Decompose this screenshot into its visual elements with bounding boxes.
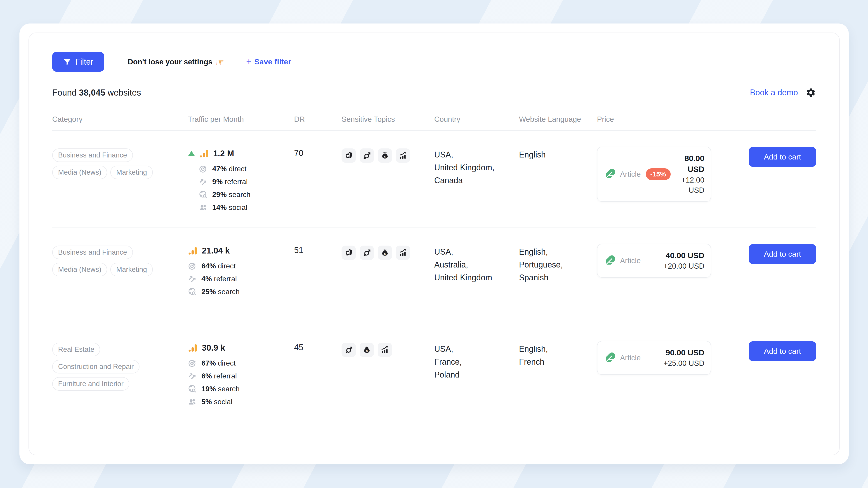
trading-icon — [396, 149, 410, 163]
country-cell: USA, France, Poland — [434, 343, 519, 381]
traffic-source: 6%referral — [188, 371, 294, 381]
col-actions — [748, 115, 816, 124]
price-type: Article — [620, 256, 641, 265]
settings-gear-icon[interactable] — [806, 88, 816, 98]
col-price: Price — [597, 115, 748, 124]
price-extra: +25.00 USD — [663, 358, 704, 368]
traffic-bars-icon — [188, 246, 198, 256]
search-icon — [188, 384, 197, 393]
loans-icon: $ — [360, 343, 374, 357]
referral-icon — [199, 177, 208, 186]
country-cell: USA, United Kingdom, Canada — [434, 149, 519, 187]
country-cell: USA, Australia, United Kingdom — [434, 246, 519, 284]
sensitive-topics-cell: $ — [342, 343, 434, 357]
col-country: Country — [434, 115, 519, 124]
filter-funnel-icon — [63, 58, 71, 66]
category-chip: Marketing — [110, 166, 153, 179]
adult-icon — [360, 149, 374, 163]
price-amount: 80.00 USD — [675, 153, 704, 175]
trading-icon — [396, 246, 410, 260]
price-extra: +20.00 USD — [663, 261, 704, 271]
language-cell: English, Portuguese, Spanish — [519, 246, 597, 284]
price-amount: 40.00 USD — [663, 250, 704, 261]
dr-value: 70 — [294, 149, 342, 158]
traffic-bars-icon — [199, 149, 210, 159]
traffic-source: 29%search — [199, 190, 294, 199]
traffic-source: 67%direct — [188, 359, 294, 367]
price-cell: Article 40.00 USD +20.00 USD — [597, 246, 748, 278]
category-list: Business and FinanceMedia (News)Marketin… — [52, 149, 181, 183]
discount-badge: -15% — [646, 168, 671, 180]
content-panel: Filter Don't lose your settings ☞ + Save… — [29, 33, 840, 455]
add-to-cart-button[interactable]: Add to cart — [749, 147, 816, 167]
referral-icon — [188, 371, 197, 381]
trading-icon — [378, 343, 392, 357]
category-list: Business and FinanceMedia (News)Marketin… — [52, 246, 181, 280]
price-type: Article — [620, 170, 641, 178]
adult-icon — [342, 343, 356, 357]
traffic-bars-icon — [188, 343, 198, 353]
traffic-cell: 30.9 k 67%direct 6%referral — [188, 343, 294, 410]
plus-icon: + — [246, 57, 252, 67]
add-to-cart-button[interactable]: Add to cart — [749, 341, 816, 361]
language-cell: English — [519, 149, 597, 161]
price-card[interactable]: Article 40.00 USD +20.00 USD — [597, 244, 711, 278]
col-dr: DR — [294, 115, 342, 124]
search-icon — [199, 190, 208, 199]
dr-value: 45 — [294, 343, 342, 352]
table-row: Real EstateConstruction and RepairFurnit… — [52, 325, 816, 422]
price-cell: Article -15% 80.00 USD +12.00 USD — [597, 149, 748, 202]
toolbar: Filter Don't lose your settings ☞ + Save… — [52, 52, 816, 72]
col-website-language: Website Language — [519, 115, 597, 124]
svg-text:$: $ — [384, 155, 386, 158]
traffic-cell: 21.04 k 64%direct 4%referral — [188, 246, 294, 300]
col-traffic: Traffic per Month — [188, 115, 294, 124]
loans-icon: $ — [378, 149, 392, 163]
svg-text:$: $ — [384, 252, 386, 255]
category-chip: Real Estate — [52, 343, 100, 356]
sensitive-topics-cell: $ — [342, 246, 434, 260]
target-icon — [188, 261, 197, 270]
filter-button[interactable]: Filter — [52, 52, 104, 72]
price-type: Article — [620, 354, 641, 362]
add-to-cart-button[interactable]: Add to cart — [749, 244, 816, 264]
price-card[interactable]: Article -15% 80.00 USD +12.00 USD — [597, 147, 711, 202]
category-chip: Media (News) — [52, 263, 107, 276]
category-chip: Business and Finance — [52, 149, 133, 162]
traffic-source: 25%search — [188, 287, 294, 296]
adult-icon — [360, 246, 374, 260]
social-icon — [188, 397, 197, 406]
traffic-source: 4%referral — [188, 274, 294, 283]
sensitive-topics-cell: $ — [342, 149, 434, 163]
main-card: Filter Don't lose your settings ☞ + Save… — [20, 24, 849, 464]
traffic-source: 9%referral — [199, 177, 294, 186]
category-chip: Construction and Repair — [52, 360, 140, 373]
traffic-total: 30.9 k — [202, 343, 225, 353]
gambling-icon — [342, 246, 356, 260]
results-count: Found 38,045 websites — [52, 88, 141, 98]
point-right-icon: ☞ — [215, 56, 224, 68]
dr-value: 51 — [294, 246, 342, 255]
gambling-icon — [342, 149, 356, 163]
price-amount: 90.00 USD — [663, 347, 704, 358]
feather-icon — [604, 352, 616, 364]
search-icon — [188, 287, 197, 296]
results-actions: Book a demo — [750, 88, 816, 98]
filter-button-label: Filter — [75, 57, 93, 67]
target-icon — [199, 164, 208, 173]
col-sensitive-topics: Sensitive Topics — [342, 115, 434, 124]
traffic-source: 19%search — [188, 384, 294, 393]
category-list: Real EstateConstruction and RepairFurnit… — [52, 343, 181, 394]
svg-text:$: $ — [366, 349, 368, 352]
save-filter-link[interactable]: + Save filter — [246, 57, 291, 67]
social-icon — [199, 203, 208, 212]
price-card[interactable]: Article 90.00 USD +25.00 USD — [597, 341, 711, 375]
feather-icon — [604, 168, 616, 180]
trend-up-icon — [188, 151, 195, 156]
book-demo-link[interactable]: Book a demo — [750, 88, 798, 97]
table-row: Business and FinanceMedia (News)Marketin… — [52, 131, 816, 228]
feather-icon — [604, 255, 616, 267]
table-header: Category Traffic per Month DR Sensitive … — [52, 115, 816, 131]
results-count-number: 38,045 — [79, 88, 105, 97]
table-row: Business and FinanceMedia (News)Marketin… — [52, 228, 816, 325]
